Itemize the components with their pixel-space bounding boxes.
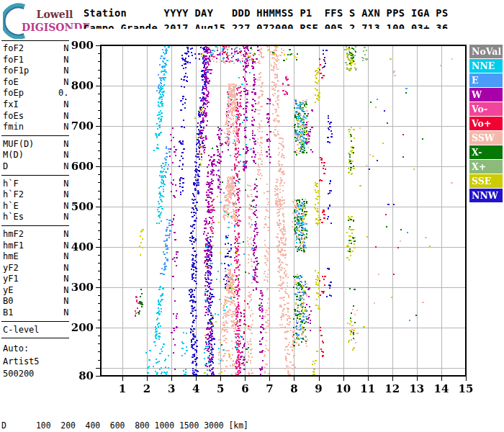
param-label: foE — [1, 77, 19, 89]
param-label: yF2 — [1, 263, 19, 274]
param-label: hmF1 — [1, 240, 24, 252]
param-label: h`F2 — [1, 189, 24, 201]
param-label: h`F — [1, 179, 19, 190]
legend-item-noval: NoVal — [469, 45, 503, 58]
legend-item-sse: SSE — [469, 174, 503, 188]
param-label: foF2 — [1, 43, 24, 55]
header-fields-line: Station YYYY DAY DDD HHMMSS P1 FFS S AXN… — [84, 7, 448, 19]
legend-item-w: W — [469, 88, 503, 102]
legend-item-x: X- — [469, 145, 503, 159]
ionogram-plot — [69, 29, 478, 395]
legend-item-e: E — [469, 73, 503, 87]
legend-item-nnw: NNW — [469, 189, 503, 202]
param-label: foEs — [1, 111, 24, 122]
legend-item-x: X+ — [469, 160, 503, 174]
param-label: yF1 — [1, 274, 19, 285]
param-label: foEp — [1, 88, 24, 99]
param-label: h`Es — [1, 212, 24, 223]
param-label: fxI — [1, 99, 19, 111]
legend-item-ssw: SSW — [469, 131, 503, 145]
param-label: foF1 — [1, 55, 24, 66]
legend-item-nne: NNE — [469, 59, 503, 73]
param-label: MUF(D) — [1, 139, 34, 150]
param-label: fmin — [1, 122, 24, 133]
param-label: yE — [1, 285, 13, 297]
param-label: foF1p — [1, 66, 29, 77]
footer-status-block: D 100 200 400 600 800 1000 1500 3000 [km… — [1, 400, 495, 432]
param-label: D — [1, 161, 8, 173]
logo-lowell-text: Lowell — [27, 9, 82, 20]
param-label: hmE — [1, 251, 19, 263]
legend-item-vo: Vo+ — [469, 117, 503, 130]
param-label: B1 — [1, 307, 13, 319]
param-label: h`E — [1, 201, 19, 212]
param-label: M(D) — [1, 150, 24, 161]
d-scale-row: D 100 200 400 600 800 1000 1500 3000 [km… — [1, 420, 495, 431]
echo-direction-legend: NoValNNEEWVo-Vo+SSWX-X+SSENNW — [469, 45, 503, 203]
digisonde-ionogram-screen: Lowell DIGISONDE Station YYYY DAY DDD HH… — [0, 0, 504, 432]
legend-item-vo: Vo- — [469, 102, 503, 116]
param-label: B0 — [1, 296, 13, 307]
param-label: C-level — [1, 325, 40, 336]
param-label: hmF2 — [1, 229, 24, 240]
